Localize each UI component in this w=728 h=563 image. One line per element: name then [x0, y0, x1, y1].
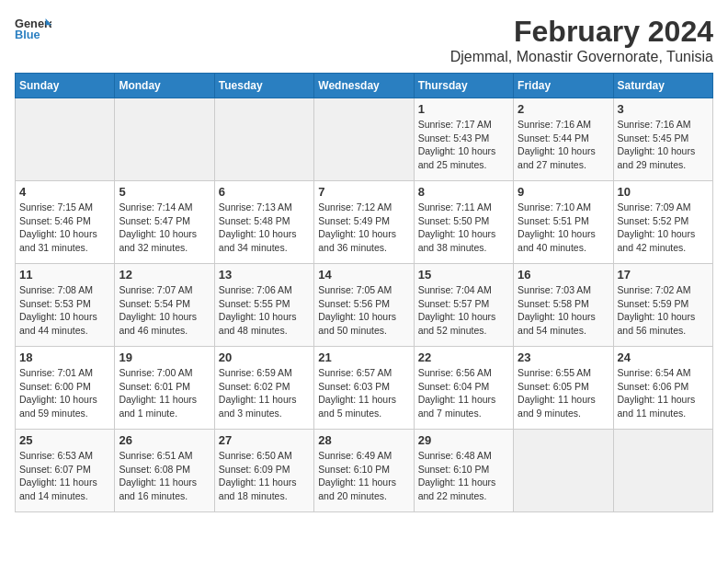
- calendar-cell: 5Sunrise: 7:14 AMSunset: 5:47 PMDaylight…: [115, 181, 214, 264]
- weekday-header: Thursday: [414, 74, 513, 98]
- day-number: 15: [418, 268, 509, 282]
- day-number: 26: [119, 433, 210, 447]
- calendar-cell: 4Sunrise: 7:15 AMSunset: 5:46 PMDaylight…: [16, 181, 115, 264]
- day-number: 16: [518, 268, 609, 282]
- calendar-week-row: 4Sunrise: 7:15 AMSunset: 5:46 PMDaylight…: [16, 181, 713, 264]
- day-info: Sunrise: 6:53 AMSunset: 6:07 PMDaylight:…: [19, 449, 110, 503]
- weekday-header: Monday: [115, 74, 214, 98]
- calendar-cell: 9Sunrise: 7:10 AMSunset: 5:51 PMDaylight…: [514, 181, 613, 264]
- logo: General Blue: [15, 15, 51, 40]
- calendar-cell: 19Sunrise: 7:00 AMSunset: 6:01 PMDayligh…: [115, 347, 214, 430]
- day-number: 21: [318, 350, 409, 364]
- day-number: 27: [219, 433, 310, 447]
- day-info: Sunrise: 7:10 AMSunset: 5:51 PMDaylight:…: [518, 201, 609, 255]
- day-number: 18: [19, 350, 110, 364]
- day-info: Sunrise: 7:15 AMSunset: 5:46 PMDaylight:…: [19, 201, 110, 255]
- calendar-cell: 10Sunrise: 7:09 AMSunset: 5:52 PMDayligh…: [613, 181, 712, 264]
- calendar-cell: 20Sunrise: 6:59 AMSunset: 6:02 PMDayligh…: [214, 347, 313, 430]
- day-number: 25: [19, 433, 110, 447]
- calendar-cell: 13Sunrise: 7:06 AMSunset: 5:55 PMDayligh…: [214, 264, 313, 347]
- day-info: Sunrise: 7:12 AMSunset: 5:49 PMDaylight:…: [318, 201, 409, 255]
- day-number: 13: [219, 268, 310, 282]
- calendar-cell: 23Sunrise: 6:55 AMSunset: 6:05 PMDayligh…: [514, 347, 613, 430]
- day-info: Sunrise: 6:59 AMSunset: 6:02 PMDaylight:…: [219, 366, 310, 420]
- day-info: Sunrise: 6:49 AMSunset: 6:10 PMDaylight:…: [318, 449, 409, 503]
- day-number: 7: [318, 185, 409, 199]
- day-number: 14: [318, 268, 409, 282]
- day-number: 29: [418, 433, 509, 447]
- day-number: 24: [618, 350, 709, 364]
- calendar-cell: 6Sunrise: 7:13 AMSunset: 5:48 PMDaylight…: [214, 181, 313, 264]
- day-info: Sunrise: 7:00 AMSunset: 6:01 PMDaylight:…: [119, 366, 210, 420]
- calendar-cell: 14Sunrise: 7:05 AMSunset: 5:56 PMDayligh…: [314, 264, 414, 347]
- day-number: 19: [119, 350, 210, 364]
- calendar-cell: 21Sunrise: 6:57 AMSunset: 6:03 PMDayligh…: [314, 347, 414, 430]
- day-info: Sunrise: 7:05 AMSunset: 5:56 PMDaylight:…: [318, 283, 409, 338]
- day-number: 22: [418, 350, 509, 364]
- day-number: 4: [19, 185, 110, 199]
- day-number: 17: [618, 268, 709, 282]
- day-number: 10: [618, 185, 709, 199]
- calendar-cell: 7Sunrise: 7:12 AMSunset: 5:49 PMDaylight…: [314, 181, 414, 264]
- calendar-cell: 28Sunrise: 6:49 AMSunset: 6:10 PMDayligh…: [314, 430, 414, 512]
- page-title: February 2024: [450, 15, 713, 49]
- day-number: 12: [119, 268, 210, 282]
- day-number: 20: [219, 350, 310, 364]
- calendar-cell: 24Sunrise: 6:54 AMSunset: 6:06 PMDayligh…: [613, 347, 712, 430]
- calendar-cell: 15Sunrise: 7:04 AMSunset: 5:57 PMDayligh…: [414, 264, 513, 347]
- calendar-cell: 27Sunrise: 6:50 AMSunset: 6:09 PMDayligh…: [214, 430, 313, 512]
- weekday-header: Sunday: [16, 74, 115, 98]
- day-info: Sunrise: 7:03 AMSunset: 5:58 PMDaylight:…: [518, 283, 609, 338]
- day-info: Sunrise: 7:17 AMSunset: 5:43 PMDaylight:…: [418, 118, 509, 172]
- calendar-cell: [613, 430, 712, 512]
- day-number: 28: [318, 433, 409, 447]
- day-info: Sunrise: 6:57 AMSunset: 6:03 PMDaylight:…: [318, 366, 409, 420]
- day-info: Sunrise: 7:11 AMSunset: 5:50 PMDaylight:…: [418, 201, 509, 255]
- logo-icon: General Blue: [15, 15, 51, 40]
- calendar-week-row: 25Sunrise: 6:53 AMSunset: 6:07 PMDayligh…: [16, 430, 713, 512]
- day-info: Sunrise: 7:01 AMSunset: 6:00 PMDaylight:…: [19, 366, 110, 420]
- day-info: Sunrise: 7:16 AMSunset: 5:44 PMDaylight:…: [518, 118, 609, 172]
- day-number: 8: [418, 185, 509, 199]
- calendar-cell: [16, 98, 115, 181]
- title-area: February 2024 Djemmal, Monastir Governor…: [450, 15, 713, 65]
- calendar-cell: 8Sunrise: 7:11 AMSunset: 5:50 PMDaylight…: [414, 181, 513, 264]
- day-number: 5: [119, 185, 210, 199]
- day-info: Sunrise: 7:07 AMSunset: 5:54 PMDaylight:…: [119, 283, 210, 338]
- weekday-header: Friday: [514, 74, 613, 98]
- page-subtitle: Djemmal, Monastir Governorate, Tunisia: [450, 49, 713, 65]
- calendar-cell: 3Sunrise: 7:16 AMSunset: 5:45 PMDaylight…: [613, 98, 712, 181]
- day-info: Sunrise: 7:13 AMSunset: 5:48 PMDaylight:…: [219, 201, 310, 255]
- weekday-header: Wednesday: [314, 74, 414, 98]
- day-info: Sunrise: 6:54 AMSunset: 6:06 PMDaylight:…: [618, 366, 709, 420]
- day-number: 11: [19, 268, 110, 282]
- day-info: Sunrise: 6:51 AMSunset: 6:08 PMDaylight:…: [119, 449, 210, 503]
- day-number: 23: [518, 350, 609, 364]
- day-info: Sunrise: 7:09 AMSunset: 5:52 PMDaylight:…: [618, 201, 709, 255]
- calendar-cell: [314, 98, 414, 181]
- calendar-cell: 25Sunrise: 6:53 AMSunset: 6:07 PMDayligh…: [16, 430, 115, 512]
- day-info: Sunrise: 7:04 AMSunset: 5:57 PMDaylight:…: [418, 283, 509, 338]
- calendar-cell: 16Sunrise: 7:03 AMSunset: 5:58 PMDayligh…: [514, 264, 613, 347]
- weekday-header: Tuesday: [214, 74, 313, 98]
- day-info: Sunrise: 7:06 AMSunset: 5:55 PMDaylight:…: [219, 283, 310, 338]
- weekday-header-row: SundayMondayTuesdayWednesdayThursdayFrid…: [16, 74, 713, 98]
- calendar-cell: [214, 98, 313, 181]
- day-number: 3: [618, 102, 709, 116]
- day-info: Sunrise: 6:55 AMSunset: 6:05 PMDaylight:…: [518, 366, 609, 420]
- calendar-week-row: 18Sunrise: 7:01 AMSunset: 6:00 PMDayligh…: [16, 347, 713, 430]
- header: General Blue February 2024 Djemmal, Mona…: [15, 15, 713, 65]
- calendar-cell: 1Sunrise: 7:17 AMSunset: 5:43 PMDaylight…: [414, 98, 513, 181]
- calendar-cell: 12Sunrise: 7:07 AMSunset: 5:54 PMDayligh…: [115, 264, 214, 347]
- calendar-week-row: 1Sunrise: 7:17 AMSunset: 5:43 PMDaylight…: [16, 98, 713, 181]
- calendar-cell: 18Sunrise: 7:01 AMSunset: 6:00 PMDayligh…: [16, 347, 115, 430]
- weekday-header: Saturday: [613, 74, 712, 98]
- day-info: Sunrise: 7:16 AMSunset: 5:45 PMDaylight:…: [618, 118, 709, 172]
- day-info: Sunrise: 6:48 AMSunset: 6:10 PMDaylight:…: [418, 449, 509, 503]
- calendar-cell: [514, 430, 613, 512]
- day-number: 1: [418, 102, 509, 116]
- calendar-cell: 29Sunrise: 6:48 AMSunset: 6:10 PMDayligh…: [414, 430, 513, 512]
- day-number: 9: [518, 185, 609, 199]
- svg-text:Blue: Blue: [15, 28, 40, 40]
- day-info: Sunrise: 7:08 AMSunset: 5:53 PMDaylight:…: [19, 283, 110, 338]
